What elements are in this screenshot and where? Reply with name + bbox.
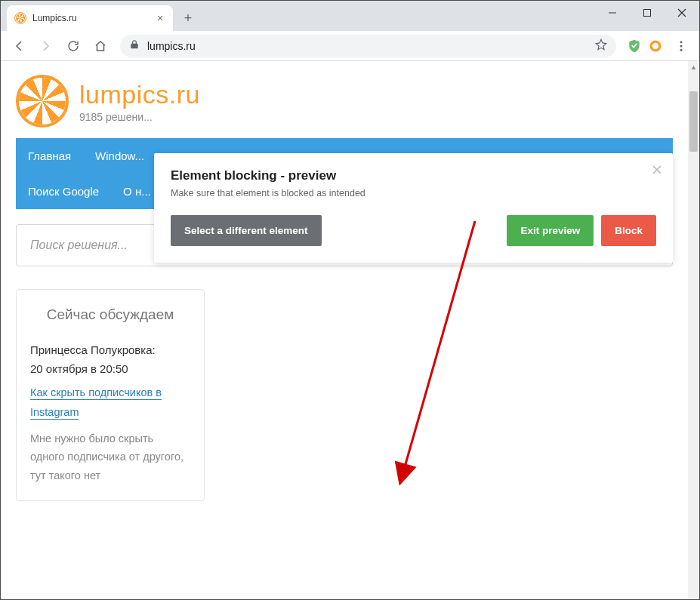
svg-point-7 <box>680 45 683 47</box>
discussion-widget: Сейчас обсуждаем Принцесса Полукровка: 2… <box>16 289 205 501</box>
nav-google-search[interactable]: Поиск Google <box>16 174 111 209</box>
titlebar: Lumpics.ru × + <box>1 1 699 31</box>
exit-preview-button[interactable]: Exit preview <box>507 215 594 246</box>
comment-date: 20 октября в 20:50 <box>30 362 190 375</box>
svg-point-8 <box>680 48 683 51</box>
home-button[interactable] <box>88 34 113 58</box>
popup-actions: Select a different element Exit preview … <box>171 215 656 246</box>
popup-close-icon[interactable]: × <box>652 161 662 179</box>
select-different-element-button[interactable]: Select a different element <box>171 215 322 246</box>
menu-button[interactable] <box>669 34 693 58</box>
address-bar[interactable]: lumpics.ru <box>120 35 616 57</box>
comment-author: Принцесса Полукровка: <box>30 343 190 356</box>
bookmark-star-icon[interactable] <box>595 38 607 54</box>
back-button[interactable] <box>7 34 31 58</box>
scrollbar-thumb[interactable] <box>689 91 698 152</box>
adguard-extension-icon[interactable] <box>627 38 642 54</box>
svg-point-5 <box>652 42 658 48</box>
widget-title: Сейчас обсуждаем <box>30 305 190 325</box>
minimize-button[interactable] <box>595 1 630 25</box>
block-button[interactable]: Block <box>601 215 656 246</box>
popup-title: Element blocking - preview <box>171 168 656 183</box>
url-text: lumpics.ru <box>147 40 587 52</box>
page-content: lumpics.ru 9185 решени... Главная Window… <box>1 61 688 599</box>
scrollbar[interactable]: ▲ <box>688 61 699 599</box>
extensions <box>624 38 666 54</box>
toolbar: lumpics.ru <box>1 31 699 61</box>
forward-button[interactable] <box>34 34 58 58</box>
site-logo[interactable] <box>16 75 69 128</box>
site-title: lumpics.ru <box>79 80 200 109</box>
svg-point-6 <box>680 41 683 43</box>
nav-windows[interactable]: Window... <box>83 138 156 174</box>
new-tab-button[interactable]: + <box>177 8 199 29</box>
popup-subtitle: Make sure that element is blocked as int… <box>171 188 656 198</box>
svg-rect-1 <box>644 10 651 17</box>
close-tab-icon[interactable]: × <box>155 13 165 23</box>
scroll-up-icon[interactable]: ▲ <box>688 61 699 72</box>
tab-title: Lumpics.ru <box>32 13 149 23</box>
lock-icon <box>129 39 140 53</box>
nav-home[interactable]: Главная <box>16 138 83 174</box>
window-controls <box>595 1 699 25</box>
close-window-button[interactable] <box>665 1 699 25</box>
element-blocking-popup: × Element blocking - preview Make sure t… <box>154 153 673 263</box>
comment-link[interactable]: Как скрыть подписчиков в Instagram <box>30 383 190 422</box>
maximize-button[interactable] <box>630 1 665 25</box>
browser-window: Lumpics.ru × + lumpics.ru <box>0 0 700 600</box>
site-header: lumpics.ru 9185 решени... <box>16 75 673 128</box>
favicon <box>14 12 26 24</box>
reload-button[interactable] <box>61 34 85 58</box>
site-subtitle: 9185 решени... <box>79 111 200 123</box>
comment-body: Мне нужно было скрыть одного подписчика … <box>30 429 190 485</box>
extension-icon-2[interactable] <box>648 38 663 54</box>
browser-tab[interactable]: Lumpics.ru × <box>7 5 173 31</box>
viewport: lumpics.ru 9185 решени... Главная Window… <box>1 61 699 599</box>
